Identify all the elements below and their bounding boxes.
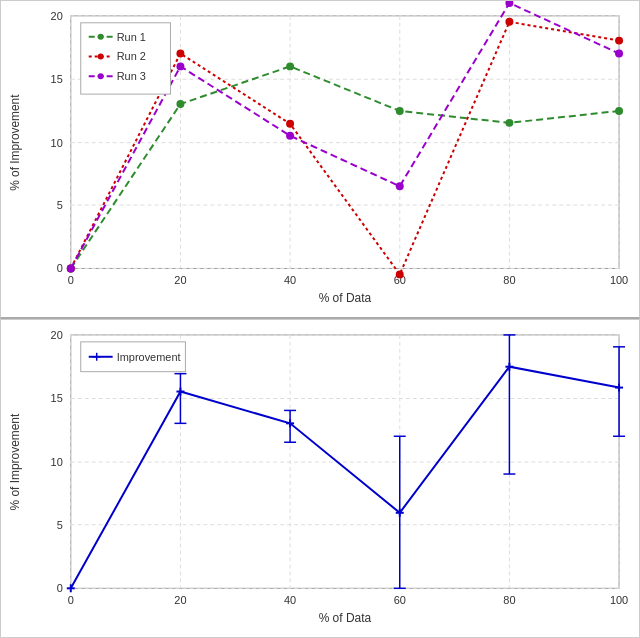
svg-text:10: 10: [51, 456, 63, 468]
svg-text:20: 20: [51, 329, 63, 341]
svg-text:15: 15: [51, 73, 63, 85]
svg-text:40: 40: [284, 594, 296, 606]
bottom-x-label: % of Data: [319, 611, 372, 625]
svg-text:80: 80: [503, 594, 515, 606]
run1-dot: [505, 119, 513, 127]
run3-dot: [286, 132, 294, 140]
run3-dot: [615, 50, 623, 58]
bottom-y-label: % of Improvement: [8, 413, 22, 510]
bottom-chart-panel: 0 5 10 15 20 0 20 40 60 80 100 % of Data…: [0, 319, 640, 638]
svg-text:10: 10: [51, 137, 63, 149]
svg-point-25: [98, 34, 104, 40]
svg-text:20: 20: [174, 594, 186, 606]
chart-container: 0 5 10 15 20 0 20 40 60 80 100 % of Data…: [0, 0, 640, 638]
svg-text:Run 2: Run 2: [117, 50, 146, 62]
top-x-label: % of Data: [319, 291, 372, 305]
run3-dot: [176, 62, 184, 70]
run2-dot: [176, 50, 184, 58]
svg-text:100: 100: [610, 594, 628, 606]
run2-dot: [286, 120, 294, 128]
svg-text:0: 0: [57, 262, 63, 274]
top-chart-panel: 0 5 10 15 20 0 20 40 60 80 100 % of Data…: [0, 0, 640, 319]
svg-text:0: 0: [57, 582, 63, 594]
run3-dot: [67, 264, 75, 272]
svg-point-31: [98, 73, 104, 79]
run1-dot: [176, 100, 184, 108]
svg-text:0: 0: [68, 274, 74, 286]
svg-text:Improvement: Improvement: [117, 351, 181, 363]
run1-dot: [615, 107, 623, 115]
svg-text:40: 40: [284, 274, 296, 286]
svg-text:20: 20: [174, 274, 186, 286]
run3-dot: [396, 182, 404, 190]
svg-text:15: 15: [51, 392, 63, 404]
svg-text:60: 60: [394, 594, 406, 606]
run2-dot: [396, 270, 404, 278]
svg-text:0: 0: [68, 594, 74, 606]
svg-text:100: 100: [610, 274, 628, 286]
svg-text:5: 5: [57, 519, 63, 531]
run1-dot: [286, 62, 294, 70]
svg-point-28: [98, 54, 104, 60]
top-y-label: % of Improvement: [8, 94, 22, 191]
run2-dot: [615, 37, 623, 45]
svg-text:80: 80: [503, 274, 515, 286]
run2-dot: [505, 18, 513, 26]
svg-text:Run 3: Run 3: [117, 70, 146, 82]
svg-text:20: 20: [51, 10, 63, 22]
svg-text:5: 5: [57, 199, 63, 211]
run1-dot: [396, 107, 404, 115]
svg-text:Run 1: Run 1: [117, 31, 146, 43]
